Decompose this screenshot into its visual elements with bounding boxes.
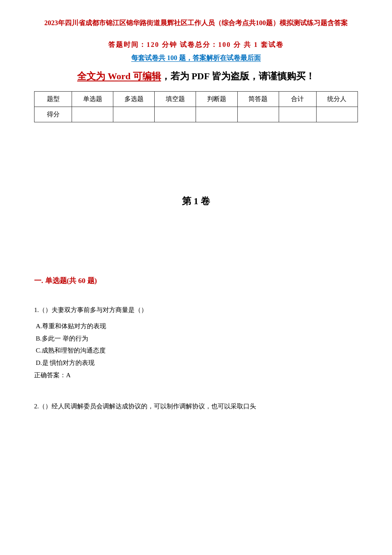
spacer-2 [34, 152, 358, 169]
spacer-6 [34, 392, 358, 401]
word-black-part: ，若为 PDF 皆为盗版，请谨慎购买！ [161, 71, 315, 81]
question-1-answer: 正确答案：A [34, 371, 358, 379]
highlight-line: 每套试卷共 100 题，答案解析在试卷最后面 [34, 54, 358, 63]
table-score-judge [196, 107, 237, 122]
table-score-total [279, 107, 316, 122]
question-2-text: 2.（）经人民调解委员会调解达成协议的，可以制作调解协议，也可以采取口头 [34, 401, 358, 412]
spacer-3 [34, 229, 358, 246]
table-cell-scorer: 统分人 [316, 92, 357, 107]
word-red-part: 全文为 Word 可编辑 [77, 71, 161, 81]
question-1-option-d: D.是 惧怕对方的表现 [36, 357, 358, 369]
score-table: 题型 单选题 多选题 填空题 判断题 简答题 合计 统分人 得分 [34, 91, 358, 122]
spacer-5 [34, 296, 358, 304]
spacer-1 [34, 135, 358, 152]
table-header-row: 题型 单选题 多选题 填空题 判断题 简答题 合计 统分人 [35, 92, 358, 107]
info-line: 答题时间：120 分钟 试卷总分：100 分 共 1 套试卷 [34, 40, 358, 49]
title-section: 2023年四川省成都市锦江区锦华路街道晨辉社区工作人员（综合考点共100题）模拟… [34, 17, 358, 29]
table-score-row: 得分 [35, 107, 358, 122]
question-2: 2.（）经人民调解委员会调解达成协议的，可以制作调解协议，也可以采取口头 [34, 401, 358, 412]
highlight-blue-text: 每套试卷共 100 题，答案解析在试卷最后面 [131, 54, 261, 61]
table-score-multi [113, 107, 155, 122]
question-1-option-a: A.尊重和体贴对方的表现 [36, 320, 358, 332]
table-score-fill [155, 107, 196, 122]
main-title: 2023年四川省成都市锦江区锦华路街道晨辉社区工作人员（综合考点共100题）模拟… [34, 17, 358, 29]
table-score-single [72, 107, 113, 122]
table-cell-judge: 判断题 [196, 92, 237, 107]
question-1-option-c: C.成熟和理智的沟通态度 [36, 344, 358, 357]
vol-title: 第 1 卷 [34, 195, 358, 208]
table-score-label: 得分 [35, 107, 72, 122]
spacer-4 [34, 246, 358, 263]
question-1-option-b: B.多此一 举的行为 [36, 332, 358, 345]
table-cell-type: 题型 [35, 92, 72, 107]
table-cell-single: 单选题 [72, 92, 113, 107]
table-cell-total: 合计 [279, 92, 316, 107]
table-cell-multi: 多选题 [113, 92, 155, 107]
table-score-short [237, 107, 279, 122]
table-cell-short: 简答题 [237, 92, 279, 107]
section-title: 一. 单选题(共 60 题) [34, 276, 358, 286]
word-editable-line: 全文为 Word 可编辑，若为 PDF 皆为盗版，请谨慎购买！ [34, 69, 358, 84]
question-1-text: 1.（）夫妻双方事前多与对方商量是（） [34, 304, 358, 316]
table-cell-fill: 填空题 [155, 92, 196, 107]
table-score-scorer [316, 107, 357, 122]
question-1: 1.（）夫妻双方事前多与对方商量是（） A.尊重和体贴对方的表现 B.多此一 举… [34, 304, 358, 379]
